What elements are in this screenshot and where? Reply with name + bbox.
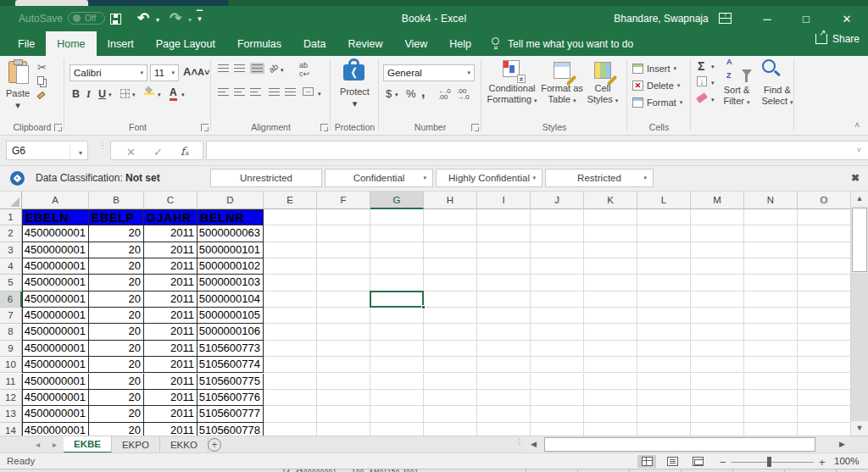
clear-dropdown-icon[interactable]: ▾ <box>711 97 715 103</box>
formula-input[interactable] <box>206 141 868 160</box>
column-header-F[interactable]: F <box>317 192 370 209</box>
orientation-dropdown-icon[interactable]: ▾ <box>281 67 284 74</box>
cell-I1[interactable] <box>477 209 531 225</box>
sheet-tab-ekbe[interactable]: EKBE <box>64 436 112 453</box>
cell-L4[interactable] <box>637 258 691 275</box>
classification-close-icon[interactable]: ✖ <box>851 172 860 184</box>
cell-B12[interactable]: 20 <box>89 390 144 406</box>
cell-B7[interactable]: 20 <box>89 308 144 324</box>
cell-N14[interactable] <box>744 423 798 436</box>
row-header-5[interactable]: 5 <box>0 275 22 291</box>
alignment-dialog-launcher[interactable] <box>320 124 328 131</box>
cell-L6[interactable] <box>637 292 691 308</box>
cell-D9[interactable]: 5105600773 <box>198 341 264 357</box>
zoom-in-icon[interactable]: + <box>819 456 826 469</box>
cell-H13[interactable] <box>424 406 477 422</box>
formula-bar-expand-icon[interactable]: ˅ <box>857 146 861 154</box>
cell-M12[interactable] <box>691 390 744 406</box>
cell-A7[interactable]: 4500000001 <box>22 308 89 324</box>
classification-restricted-button[interactable]: Restricted▾ <box>545 169 654 187</box>
classification-highly-confidential-button[interactable]: Highly Confidential▾ <box>436 169 542 187</box>
row-header-2[interactable]: 2 <box>0 225 22 242</box>
cell-I5[interactable] <box>477 275 531 291</box>
cell-N4[interactable] <box>744 258 798 275</box>
cell-D8[interactable]: 5000000106 <box>198 324 264 340</box>
bold-button[interactable]: B <box>72 88 80 100</box>
minimize-button[interactable]: ─ <box>753 6 782 31</box>
number-dialog-launcher[interactable] <box>471 124 479 131</box>
cell-M7[interactable] <box>691 308 744 324</box>
cell-O9[interactable] <box>798 341 850 357</box>
cell-L10[interactable] <box>637 357 691 373</box>
wrap-text-icon[interactable]: abc↩ <box>299 61 309 78</box>
zoom-out-icon[interactable]: − <box>720 456 726 469</box>
cell-H6[interactable] <box>424 292 477 308</box>
cell-C9[interactable]: 2011 <box>144 341 198 357</box>
cancel-formula-icon[interactable]: ✕ <box>126 146 136 158</box>
page-break-view-icon[interactable] <box>688 455 707 468</box>
cell-C4[interactable]: 2011 <box>144 258 198 275</box>
column-header-H[interactable]: H <box>424 192 477 209</box>
underline-dropdown-icon[interactable]: ▾ <box>108 92 112 98</box>
classification-unrestricted-button[interactable]: Unrestricted <box>210 169 322 187</box>
name-box-dropdown-icon[interactable]: ▾ <box>79 149 82 157</box>
cell-D12[interactable]: 5105600776 <box>198 390 264 406</box>
cell-L3[interactable] <box>637 242 691 258</box>
name-box[interactable]: G6 ▾ <box>6 141 88 160</box>
orientation-icon[interactable]: ab <box>267 62 280 75</box>
format-cells-button[interactable]: Format▾ <box>632 96 682 109</box>
fill-handle[interactable] <box>421 305 426 309</box>
select-all-corner[interactable] <box>0 192 22 209</box>
cell-D4[interactable]: 5000000102 <box>198 258 264 275</box>
sheet-nav-right-icon[interactable]: ▸ <box>53 440 57 449</box>
cell-L9[interactable] <box>637 341 691 357</box>
percent-icon[interactable]: % <box>406 87 416 100</box>
cell-N9[interactable] <box>744 341 798 357</box>
cell-F10[interactable] <box>317 357 370 373</box>
cell-M8[interactable] <box>691 324 744 340</box>
cell-B13[interactable]: 20 <box>89 406 144 422</box>
vertical-scroll-thumb[interactable] <box>852 208 867 272</box>
cell-G9[interactable] <box>370 341 424 357</box>
cell-H4[interactable] <box>424 258 477 275</box>
cell-D11[interactable]: 5105600775 <box>198 374 264 390</box>
cell-C7[interactable]: 2011 <box>144 308 198 324</box>
cell-H1[interactable] <box>424 209 477 225</box>
page-layout-view-icon[interactable] <box>663 455 682 468</box>
tab-view[interactable]: View <box>393 31 438 56</box>
cell-N7[interactable] <box>744 308 798 324</box>
increase-indent-icon[interactable] <box>285 88 296 96</box>
cell-C3[interactable]: 2011 <box>144 242 198 258</box>
cell-K10[interactable] <box>584 357 637 373</box>
cell-L7[interactable] <box>637 308 691 324</box>
cell-D3[interactable]: 5000000101 <box>198 242 264 258</box>
cell-B1[interactable]: EBELP <box>89 209 144 225</box>
cell-F7[interactable] <box>317 308 370 324</box>
cell-N3[interactable] <box>744 242 798 258</box>
scroll-up-icon[interactable]: ▲ <box>851 192 868 206</box>
cell-K5[interactable] <box>584 275 637 291</box>
cell-L2[interactable] <box>637 225 691 242</box>
cell-C10[interactable]: 2011 <box>144 357 198 373</box>
cell-E4[interactable] <box>264 258 317 275</box>
cell-D14[interactable]: 5105600778 <box>198 423 264 436</box>
column-header-K[interactable]: K <box>584 192 637 209</box>
middle-align-icon[interactable] <box>234 64 245 72</box>
cell-F14[interactable] <box>317 423 370 436</box>
cell-H12[interactable] <box>424 390 477 406</box>
cell-H3[interactable] <box>424 242 477 258</box>
undo-dropdown-icon[interactable]: ▾ <box>156 16 159 24</box>
cell-O2[interactable] <box>798 225 850 242</box>
row-header-11[interactable]: 11 <box>0 374 22 390</box>
cell-L1[interactable] <box>637 209 691 225</box>
tab-page-layout[interactable]: Page Layout <box>145 31 226 56</box>
merge-center-icon[interactable]: ↔ <box>303 87 314 96</box>
scroll-left-icon[interactable]: ◀ <box>531 440 537 448</box>
top-align-icon[interactable] <box>218 64 229 72</box>
cell-H5[interactable] <box>424 275 477 291</box>
row-header-10[interactable]: 10 <box>0 357 22 373</box>
cell-M2[interactable] <box>691 225 744 242</box>
cell-O14[interactable] <box>798 423 850 436</box>
cell-G12[interactable] <box>370 390 424 406</box>
cell-J6[interactable] <box>531 292 584 308</box>
